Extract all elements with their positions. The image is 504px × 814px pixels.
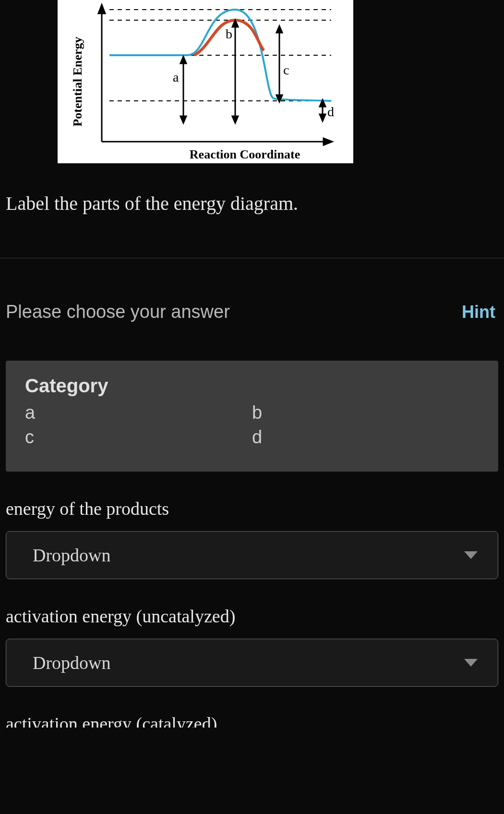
- category-box: Category a b c d: [6, 361, 498, 472]
- category-item-c: c: [25, 427, 252, 448]
- diagram-label-c: c: [283, 62, 289, 77]
- hint-button[interactable]: Hint: [462, 302, 495, 322]
- diagram-label-d: d: [327, 104, 334, 119]
- svg-marker-3: [324, 138, 332, 145]
- svg-marker-10: [180, 116, 186, 123]
- category-item-d: d: [252, 427, 479, 448]
- energy-diagram-svg: a b c d Potential Energy Reaction Coordi…: [58, 0, 353, 163]
- chevron-down-icon: [464, 551, 478, 559]
- dropdown-placeholder: Dropdown: [33, 652, 111, 673]
- diagram-label-b: b: [226, 26, 232, 41]
- dropdown-activation-uncatalyzed[interactable]: Dropdown: [6, 639, 498, 687]
- category-item-b: b: [252, 402, 479, 423]
- svg-marker-15: [276, 26, 282, 33]
- diagram-ylabel: Potential Energy: [71, 36, 84, 126]
- category-item-a: a: [25, 402, 252, 423]
- diagram-xlabel: Reaction Coordinate: [190, 147, 300, 161]
- dropdown-placeholder: Dropdown: [33, 545, 111, 566]
- svg-marker-9: [180, 57, 186, 63]
- category-title: Category: [25, 375, 479, 397]
- chevron-down-icon: [464, 659, 478, 667]
- question-prompt: Label the parts of the energy diagram.: [6, 192, 504, 215]
- question-label-energy-products: energy of the products: [6, 498, 504, 519]
- question-label-activation-uncatalyzed: activation energy (uncatalyzed): [6, 606, 504, 627]
- diagram-label-a: a: [173, 70, 179, 85]
- energy-diagram: a b c d Potential Energy Reaction Coordi…: [58, 0, 353, 163]
- choose-answer-label: Please choose your answer: [6, 302, 230, 322]
- svg-marker-13: [232, 116, 238, 123]
- svg-marker-19: [320, 114, 325, 121]
- question-label-activation-catalyzed: activation energy (catalyzed): [6, 713, 504, 728]
- svg-marker-1: [98, 5, 105, 13]
- dropdown-energy-products[interactable]: Dropdown: [6, 531, 498, 579]
